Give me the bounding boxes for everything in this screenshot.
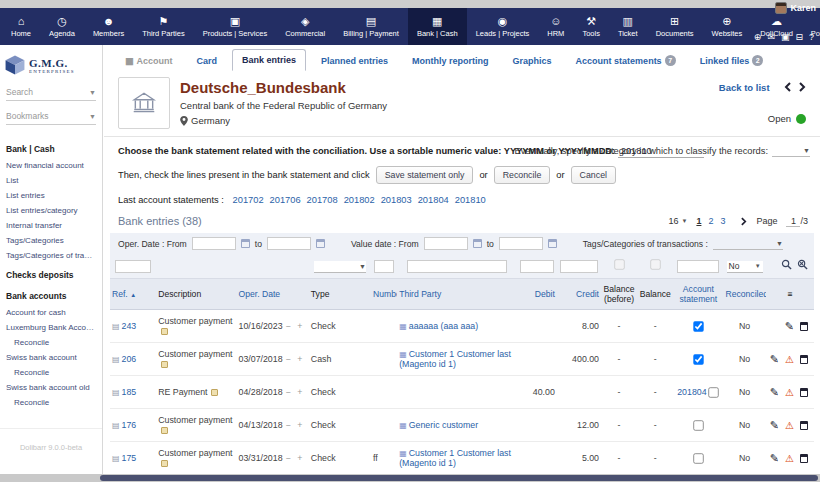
cancel-button[interactable]: Cancel xyxy=(571,166,616,184)
sidebar-item-tags-categories-of-transact[interactable]: Tags/Categories of transact... xyxy=(0,248,102,263)
edit-pencil-icon[interactable]: ✎ xyxy=(770,452,779,465)
entry-ref-link[interactable]: 243 xyxy=(122,321,137,331)
tags-filter-select[interactable]: ▼ xyxy=(713,238,783,250)
sidebar-item-list[interactable]: List xyxy=(0,173,102,188)
calendar-icon[interactable] xyxy=(548,239,557,248)
delete-trash-icon[interactable] xyxy=(800,355,808,364)
reconciled-filter-select[interactable]: No▼ xyxy=(727,261,763,273)
statement-checkbox[interactable] xyxy=(693,354,703,364)
credit-filter-input[interactable] xyxy=(560,260,598,273)
previous-record-icon[interactable] xyxy=(784,82,791,92)
edit-pencil-icon[interactable]: ✎ xyxy=(770,419,779,432)
calendar-icon[interactable] xyxy=(316,239,325,248)
sidebar-item-luxemburg-bank-account[interactable]: Luxemburg Bank Account xyxy=(0,320,102,335)
menu-item-leads-projects[interactable]: ◉Leads | Projects xyxy=(467,8,539,45)
debit-filter-input[interactable] xyxy=(520,260,554,273)
delete-trash-icon[interactable] xyxy=(800,421,808,430)
feedback-bubble-icon[interactable]: ✉ xyxy=(767,32,775,42)
origin-object-icon[interactable] xyxy=(161,361,168,368)
edit-pencil-icon[interactable]: ✎ xyxy=(770,353,779,366)
help-icon[interactable]: ? xyxy=(809,32,814,42)
oper-date-to-input[interactable] xyxy=(267,237,311,250)
third-party-link[interactable]: Generic customer xyxy=(409,420,478,430)
third-party-filter-input[interactable] xyxy=(407,260,507,273)
sidebar-bookmarks-select[interactable]: Bookmarks ▼ xyxy=(6,111,96,125)
statement-link-201803[interactable]: 201803 xyxy=(381,195,412,205)
date-adjust-minus-plus[interactable]: − + xyxy=(286,420,305,430)
statement-link-201702[interactable]: 201702 xyxy=(233,195,264,205)
column-header-number[interactable]: Number xyxy=(371,279,397,310)
edit-pencil-icon[interactable]: ✎ xyxy=(770,386,779,399)
menu-item-products-services[interactable]: ▣Products | Services xyxy=(194,8,276,45)
statement-link-201802[interactable]: 201802 xyxy=(344,195,375,205)
sidebar-item-swiss-bank-account-old[interactable]: Swiss bank account old xyxy=(0,380,102,395)
sidebar-item-list-entries-category[interactable]: List entries/category xyxy=(0,203,102,218)
page-link-3[interactable]: 3 xyxy=(720,216,725,226)
horizontal-scrollbar[interactable] xyxy=(0,474,820,482)
delete-trash-icon[interactable] xyxy=(800,388,808,397)
third-party-link[interactable]: Customer 1 Customer last (Magento id 1) xyxy=(399,448,511,468)
column-header-account-statement[interactable]: Account statement xyxy=(673,279,723,310)
tab-account-statements[interactable]: Account statements7 xyxy=(567,50,685,71)
print-icon[interactable]: ⊟ xyxy=(795,32,803,42)
page-link-2[interactable]: 2 xyxy=(708,216,713,226)
calendar-icon[interactable] xyxy=(473,239,482,248)
statement-checkbox[interactable] xyxy=(693,453,703,463)
value-date-to-input[interactable] xyxy=(499,237,543,250)
column-header-reconciled[interactable]: Reconciled xyxy=(724,279,766,310)
menu-item-home[interactable]: ⌂Home xyxy=(2,8,40,45)
dolistore-bag-icon[interactable]: ▣ xyxy=(781,32,790,42)
menu-item-agenda[interactable]: ◷Agenda xyxy=(40,8,84,45)
menu-item-documents[interactable]: ⊞Documents xyxy=(647,8,703,45)
tab-graphics[interactable]: Graphics xyxy=(504,51,561,71)
sidebar-item-reconcile[interactable]: Reconcile xyxy=(0,395,102,410)
date-adjust-minus-plus[interactable]: − + xyxy=(286,321,305,331)
menu-item-ticket[interactable]: ▥Ticket xyxy=(609,8,647,45)
sidebar-section-bank-cash[interactable]: Bank | Cash xyxy=(0,137,102,158)
tab-linked-files[interactable]: Linked files2 xyxy=(691,50,773,71)
value-date-from-input[interactable] xyxy=(424,237,468,250)
page-link-1[interactable]: 1 xyxy=(696,216,701,226)
type-filter-select[interactable]: ▼ xyxy=(314,261,366,273)
next-page-icon[interactable] xyxy=(741,217,747,226)
page-size-select[interactable]: 16 ▼ xyxy=(668,216,687,226)
tab-planned-entries[interactable]: Planned entries xyxy=(312,51,397,71)
sidebar-item-tags-categories[interactable]: Tags/Categories xyxy=(0,233,102,248)
tab-bank-entries[interactable]: Bank entries xyxy=(232,49,306,71)
menu-item-commercial[interactable]: ◈Commercial xyxy=(276,8,334,45)
sidebar-search-select[interactable]: Search ▼ xyxy=(6,87,96,101)
tab-account[interactable]: ▦Account xyxy=(116,51,182,71)
page-number-input[interactable]: 1 xyxy=(786,216,800,227)
category-select[interactable]: ▼ xyxy=(772,145,810,157)
tab-card[interactable]: Card xyxy=(188,51,227,71)
date-adjust-minus-plus[interactable]: − + xyxy=(286,354,305,364)
edit-pencil-icon[interactable]: ✎ xyxy=(785,320,794,333)
origin-object-icon[interactable] xyxy=(161,427,168,434)
column-header-oper-date[interactable]: Oper. Date xyxy=(237,279,309,310)
sidebar-section-bank-accounts[interactable]: Bank accounts xyxy=(0,284,102,305)
statement-checkbox[interactable] xyxy=(693,420,703,430)
sidebar-item-new-financial-account[interactable]: New financial account xyxy=(0,158,102,173)
search-icon[interactable] xyxy=(781,259,792,270)
save-statement-only-button[interactable]: Save statement only xyxy=(376,166,474,184)
statement-link-201706[interactable]: 201706 xyxy=(270,195,301,205)
statement-checkbox[interactable] xyxy=(708,387,718,397)
column-header-third-party[interactable]: Third Party xyxy=(397,279,517,310)
menu-item-tools[interactable]: ⚒Tools xyxy=(573,8,609,45)
entry-ref-link[interactable]: 206 xyxy=(122,354,137,364)
statement-filter-input[interactable] xyxy=(677,260,719,273)
oper-date-from-input[interactable] xyxy=(192,237,236,250)
menu-item-members[interactable]: ☻Members xyxy=(84,8,133,45)
reconcile-button[interactable]: Reconcile xyxy=(494,166,551,184)
sidebar-section-checks-deposits[interactable]: Checks deposits xyxy=(0,263,102,284)
calendar-icon[interactable] xyxy=(241,239,250,248)
menu-item-billing-payment[interactable]: ▤Billing | Payment xyxy=(334,8,408,45)
entry-ref-link[interactable]: 175 xyxy=(122,453,137,463)
back-to-list-link[interactable]: Back to list xyxy=(719,82,770,93)
delete-trash-icon[interactable] xyxy=(800,322,808,331)
sidebar-item-list-entries[interactable]: List entries xyxy=(0,188,102,203)
globe-icon[interactable]: ⊕ xyxy=(754,32,762,42)
column-header-credit[interactable]: Credit xyxy=(557,279,601,310)
delete-trash-icon[interactable] xyxy=(800,454,808,463)
column-select-icon[interactable]: ≡ xyxy=(766,279,814,310)
